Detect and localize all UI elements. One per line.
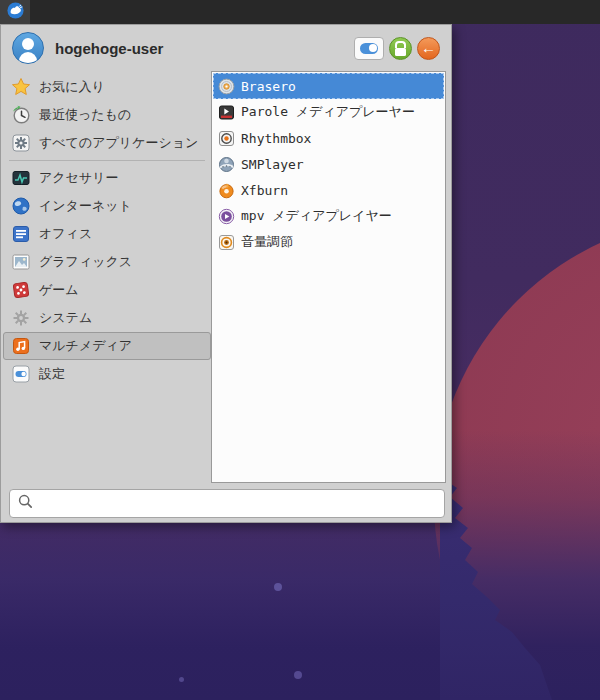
lock-screen-button[interactable] — [389, 37, 412, 60]
category-sidebar: お気に入り 最近使ったもの — [3, 73, 211, 388]
toggle-icon — [360, 43, 378, 54]
clock-history-icon — [11, 105, 31, 125]
smplayer-film-icon — [218, 156, 235, 173]
star-icon — [11, 77, 31, 97]
system-gear-icon — [11, 308, 31, 328]
arrow-left-icon: ← — [421, 40, 436, 55]
volume-speaker-icon — [218, 234, 235, 251]
graphics-photo-icon — [11, 252, 31, 272]
all-apps-gear-icon — [11, 133, 31, 153]
user-avatar — [12, 32, 44, 64]
app-item-smplayer[interactable]: SMPlayer — [213, 151, 444, 177]
sidebar-item-recently-used[interactable]: 最近使ったもの — [3, 101, 211, 129]
settings-toggle-button[interactable] — [354, 37, 384, 60]
app-item-label: Rhythmbox — [241, 131, 311, 146]
sidebar-item-label: お気に入り — [39, 78, 105, 96]
search-input[interactable] — [40, 495, 436, 512]
menu-header: hogehoge-user ← — [1, 25, 451, 71]
sidebar-item-label: ゲーム — [39, 281, 79, 299]
sidebar-item-graphics[interactable]: グラフィックス — [3, 248, 211, 276]
wallpaper-sparkle — [274, 583, 282, 591]
sidebar-item-label: グラフィックス — [39, 253, 132, 271]
xfce-top-panel — [0, 0, 600, 24]
app-item-rhythmbox[interactable]: Rhythmbox — [213, 125, 444, 151]
log-out-button[interactable]: ← — [417, 37, 440, 60]
search-icon — [18, 494, 33, 513]
multimedia-note-icon — [11, 336, 31, 356]
app-item-xfburn[interactable]: Xfburn — [213, 177, 444, 203]
accessories-monitor-icon — [11, 168, 31, 188]
app-item-label: Brasero — [241, 79, 296, 94]
lock-icon — [395, 41, 406, 48]
header-actions: ← — [354, 37, 440, 60]
sidebar-item-label: オフィス — [39, 225, 92, 243]
app-item-mpv[interactable]: mpv メディアプレイヤー — [213, 203, 444, 229]
app-item-label: mpv メディアプレイヤー — [241, 207, 392, 225]
sidebar-item-all-applications[interactable]: すべてのアプリケーション — [3, 129, 211, 157]
office-document-icon — [11, 224, 31, 244]
sidebar-item-label: システム — [39, 309, 92, 327]
rhythmbox-speaker-icon — [218, 130, 235, 147]
globe-icon — [11, 196, 31, 216]
sidebar-item-internet[interactable]: インターネット — [3, 192, 211, 220]
sidebar-item-system[interactable]: システム — [3, 304, 211, 332]
sidebar-item-multimedia[interactable]: マルチメディア — [3, 332, 211, 360]
search-box — [9, 489, 445, 518]
wallpaper-sparkle — [179, 677, 184, 682]
username-label: hogehoge-user — [55, 40, 354, 57]
whisker-menu-window: hogehoge-user ← お気に入り — [0, 24, 452, 523]
dice-icon — [11, 280, 31, 300]
app-item-brasero[interactable]: Brasero — [213, 73, 444, 99]
app-item-label: 音量調節 — [241, 233, 293, 251]
wallpaper-sparkle — [294, 671, 302, 679]
application-list: Brasero Parole メディアプレーヤー Rhythmbox — [211, 71, 446, 483]
mpv-play-icon — [218, 208, 235, 225]
app-item-parole[interactable]: Parole メディアプレーヤー — [213, 99, 444, 125]
sidebar-item-label: 設定 — [39, 365, 65, 383]
app-item-label: Xfburn — [241, 183, 288, 198]
whisker-menu-button[interactable] — [0, 0, 30, 24]
sidebar-item-label: インターネット — [39, 197, 132, 215]
sidebar-item-accessories[interactable]: アクセサリー — [3, 164, 211, 192]
sidebar-item-label: マルチメディア — [39, 337, 132, 355]
brasero-disc-icon — [218, 78, 235, 95]
settings-switch-icon — [11, 364, 31, 384]
whisker-menu-icon — [7, 2, 24, 23]
sidebar-item-label: アクセサリー — [39, 169, 119, 187]
sidebar-item-office[interactable]: オフィス — [3, 220, 211, 248]
parole-player-icon — [218, 104, 235, 121]
app-item-label: Parole メディアプレーヤー — [241, 103, 415, 121]
sidebar-item-label: すべてのアプリケーション — [39, 134, 198, 152]
sidebar-item-label: 最近使ったもの — [39, 106, 131, 124]
sidebar-item-games[interactable]: ゲーム — [3, 276, 211, 304]
app-item-label: SMPlayer — [241, 157, 304, 172]
sidebar-item-favorites[interactable]: お気に入り — [3, 73, 211, 101]
sidebar-item-settings[interactable]: 設定 — [3, 360, 211, 388]
app-item-volume-control[interactable]: 音量調節 — [213, 229, 444, 255]
sidebar-separator — [9, 160, 205, 161]
xfburn-disc-icon — [218, 182, 235, 199]
